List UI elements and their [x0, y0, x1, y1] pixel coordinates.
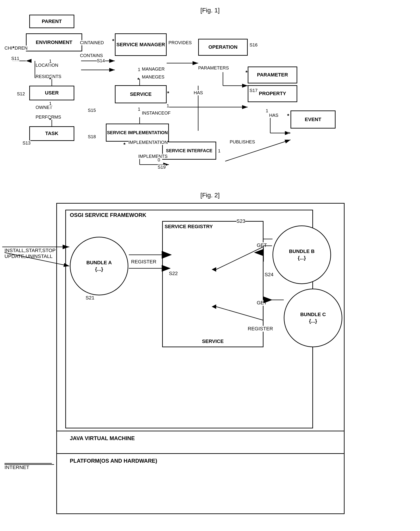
performs-label: PERFORMS: [36, 114, 61, 120]
s19-label: S19: [158, 165, 166, 170]
children-label: CHILDREN: [4, 46, 28, 51]
star-cintained: *: [112, 38, 114, 44]
star-has-event: *: [287, 113, 289, 119]
s11-label: S11: [11, 56, 19, 61]
service-content: SERVICE: [165, 338, 261, 345]
internet-label: INTERNET: [4, 465, 29, 470]
one-manager: 1: [138, 67, 140, 72]
star-has: *: [167, 90, 169, 97]
s22-label: S22: [169, 271, 178, 276]
s21-label: S21: [86, 295, 94, 301]
s12-label: S12: [17, 91, 25, 97]
s23-label: S23: [237, 218, 245, 224]
osgi-label: OSGI SERVICE FRAMEWORK: [70, 212, 146, 218]
star-children: *: [12, 45, 15, 51]
register-c-label: REGISTER: [248, 326, 273, 332]
one-service-impl: 1: [167, 103, 169, 109]
location-label: LOCATION: [36, 63, 58, 68]
has-event-label: HAS: [269, 113, 278, 118]
get2-label: GET: [257, 300, 267, 306]
one-instanceof: 1: [138, 107, 140, 112]
service-interface-box: SERVICE INTERFACE: [162, 142, 216, 160]
get1-label: GET: [257, 242, 267, 248]
parent-box: PARENT: [29, 15, 74, 28]
environment-box: ENVIRONMENT: [26, 33, 82, 51]
event-box: EVENT: [290, 111, 336, 129]
star-performs: *: [49, 117, 51, 123]
s14-label: S14: [97, 58, 105, 63]
parameters-label: PARAMETERS: [198, 65, 229, 71]
s24-label: S24: [265, 272, 273, 278]
residents-label: RESIDENTS: [36, 74, 61, 79]
platform-divider: [57, 453, 344, 454]
manager-label: MANAGER: [142, 66, 165, 72]
s17-label: S17: [250, 88, 258, 93]
fig1-label: [Fig. 1]: [0, 7, 420, 14]
one-has-event: 1: [266, 108, 268, 113]
contains-label: CONTAINS: [80, 53, 103, 58]
bundle-a-node: BUNDLE A {...}: [70, 237, 128, 295]
star-maneges: *: [137, 77, 139, 83]
task-box: TASK: [29, 126, 74, 141]
register-label: REGISTER: [131, 259, 156, 265]
service-box: SERVICE: [115, 85, 167, 103]
install-label: INSTALL,START,STOP UPDATE,UNINSTALL: [4, 248, 56, 259]
service-manager-box: SERVICE MANAGER: [115, 33, 167, 56]
s15-label: S15: [88, 108, 96, 113]
bundle-c-node: BUNDLE C {...}: [284, 289, 342, 347]
one-location: 1: [49, 59, 52, 64]
implements-label: IMPLEMENTS: [138, 154, 167, 159]
platform-label: PLATFORM(OS AND HARDWARE): [70, 458, 157, 464]
maneges-label: MANEGES: [142, 74, 165, 80]
implementation-label: IMPLEMENTATION: [128, 140, 168, 145]
jvm-divider: [57, 431, 344, 431]
one-ownet: 1: [49, 101, 52, 106]
operation-box: OPERATION: [198, 39, 248, 56]
parameter-box: PARAMETER: [248, 66, 297, 83]
service-text: SERVICE: [202, 338, 224, 345]
service-impl-box: SERVICE IMPLEMENTATION: [106, 124, 169, 142]
zero-implements: 0: [158, 157, 160, 162]
star-publishes: *: [288, 131, 290, 137]
s18-label: S18: [88, 134, 96, 139]
service-registry-label: SERVICE REGISTRY: [165, 224, 213, 230]
provides-label: PROVIDES: [168, 40, 192, 45]
s16-label: S16: [250, 42, 258, 48]
publishes-label: PUBLISHES: [230, 139, 255, 145]
one-publishes: 1: [218, 148, 221, 154]
fig2-label: [Fig. 2]: [0, 192, 420, 199]
star-residents: *: [49, 76, 51, 82]
instanceof-label: INSTANCEOF: [142, 111, 170, 116]
bundle-b-node: BUNDLE B {...}: [272, 225, 331, 284]
s13-label: S13: [23, 141, 31, 146]
has-label: HAS: [194, 90, 203, 95]
cintained-label: CINTAINED: [80, 40, 104, 45]
java-vm-label: JAVA VIRTUAL MACHINE: [70, 435, 135, 441]
star-implementation: *: [123, 142, 125, 148]
star-parameters: *: [245, 69, 247, 76]
user-box: USER: [29, 86, 74, 100]
